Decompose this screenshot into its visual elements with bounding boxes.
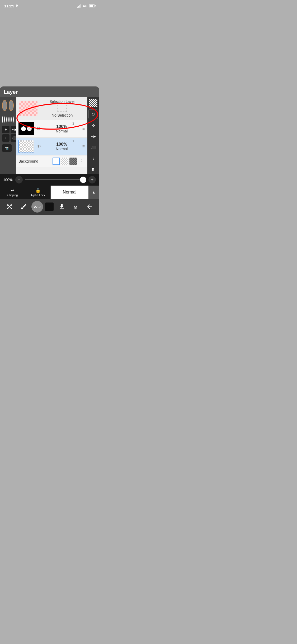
background-row: Background ⋮ xyxy=(16,155,87,167)
bg-dark-swatch[interactable] xyxy=(69,158,77,165)
double-down-tool[interactable] xyxy=(70,201,81,213)
layer-2-blend: Normal xyxy=(56,129,68,133)
brush-size-value: 27.0 xyxy=(34,205,40,209)
dot-2 xyxy=(4,116,5,123)
plus-label: + xyxy=(91,177,94,183)
opacity-percentage: 100% xyxy=(3,178,13,182)
camera-button[interactable]: 📷 xyxy=(2,144,12,152)
location-icon xyxy=(15,4,18,7)
no-selection-label: No Selection xyxy=(52,113,73,117)
layer-item-2[interactable]: 2 👁 100% Normal ≡ xyxy=(16,120,87,138)
primary-color-swatch[interactable] xyxy=(2,100,7,111)
brush-tool[interactable] xyxy=(18,201,29,213)
status-right: 4G xyxy=(77,4,95,8)
layer-panel-body: + ↩▶ + ↓⬛ 📷 Selection Layer No Selection… xyxy=(0,97,99,187)
layer-panel-header: Layer xyxy=(0,86,99,97)
add-layer-button[interactable]: + xyxy=(2,126,10,133)
opacity-minus-button[interactable]: − xyxy=(15,176,23,183)
checker-icon xyxy=(89,99,97,107)
opacity-bar: 100% − + xyxy=(0,174,99,186)
bg-white-swatch[interactable] xyxy=(53,158,60,165)
layer-1-blend: Normal xyxy=(56,147,68,151)
selection-layer-thumb xyxy=(19,101,37,116)
color-picker-button[interactable] xyxy=(45,203,54,211)
opacity-slider-track[interactable] xyxy=(25,179,86,180)
bg-checker-swatch[interactable] xyxy=(61,158,68,165)
selection-layer-label: Selection Layer xyxy=(49,99,75,104)
transform-button[interactable]: ⬡ xyxy=(88,109,98,119)
layer-2-number: 2 xyxy=(72,122,74,125)
time-display: 11:29 xyxy=(4,4,14,8)
layer-2-opacity-blend: 100% Normal xyxy=(43,124,80,133)
flip-button[interactable]: ↩▶ xyxy=(88,132,98,141)
move-button[interactable]: ✛ xyxy=(88,121,98,130)
layer-list: Selection Layer No Selection 2 👁 100% xyxy=(16,97,87,187)
layer-1-thumb xyxy=(18,140,34,153)
circle-white xyxy=(21,126,26,131)
layer-2-circles xyxy=(21,126,32,131)
layer-panel-title: Layer xyxy=(4,89,18,95)
minus-label: − xyxy=(18,177,21,183)
layer-1-checker xyxy=(19,140,34,153)
signal-bar-4 xyxy=(81,4,81,8)
back-icon xyxy=(86,203,93,210)
layer-panel: Layer + ↩▶ + ↓⬛ xyxy=(0,86,99,187)
dot-5 xyxy=(11,116,12,123)
opacity-plus-button[interactable]: + xyxy=(88,176,96,183)
add-plus-button[interactable]: + xyxy=(2,134,10,142)
download-tool[interactable] xyxy=(56,201,68,213)
layer-item-1[interactable]: 1 👁 100% Normal ≡ xyxy=(16,138,87,155)
layer-1-menu[interactable]: ≡ xyxy=(82,144,85,149)
signal-bar-3 xyxy=(79,5,80,8)
selection-info: Selection Layer No Selection xyxy=(40,99,84,117)
layer-1-visibility[interactable]: 👁 xyxy=(36,144,41,149)
status-time: 11:29 xyxy=(4,4,18,8)
delete-button[interactable]: 🗑 xyxy=(88,165,98,174)
arrow-icon: ▲ xyxy=(92,190,96,194)
background-label: Background xyxy=(18,159,50,163)
layer-2-menu[interactable]: ≡ xyxy=(82,126,85,131)
alpha-lock-button[interactable]: 🔒 Alpha Lock xyxy=(25,186,51,199)
merge-down-button[interactable]: ↓⬛ xyxy=(88,143,98,152)
layer-2-thumb xyxy=(18,122,34,135)
blend-mode-normal[interactable]: Normal xyxy=(51,186,88,199)
clipping-button[interactable]: ↩ Clipping xyxy=(0,186,25,199)
brush-size-button[interactable]: 27.0 xyxy=(31,201,43,213)
dot-4 xyxy=(8,116,10,123)
clipping-label: Clipping xyxy=(7,194,18,197)
layer-2-opacity: 100% xyxy=(56,124,67,129)
transform-icon xyxy=(6,203,13,210)
status-bar: 11:29 4G xyxy=(0,0,99,12)
secondary-color-swatch[interactable] xyxy=(9,100,14,111)
layer-1-opacity-blend: 100% Normal xyxy=(43,142,80,151)
selection-layer-section: Selection Layer No Selection xyxy=(16,97,87,120)
signal-bar-2 xyxy=(78,6,79,8)
opacity-slider-thumb xyxy=(80,177,86,183)
signal-bars xyxy=(77,4,81,8)
mode-arrow-button[interactable]: ▲ xyxy=(88,186,99,199)
bottom-toolbar: 27.0 xyxy=(0,199,99,215)
battery-icon xyxy=(89,4,95,7)
signal-bar-1 xyxy=(77,7,78,8)
dot-1 xyxy=(2,116,3,123)
background-more-button[interactable]: ⋮ xyxy=(79,158,85,164)
layer-1-opacity: 100% xyxy=(56,142,67,147)
down-arrow-button[interactable]: ↓ xyxy=(88,154,98,163)
brush-icon xyxy=(20,203,27,210)
layer-2-visibility[interactable]: 👁 xyxy=(36,126,41,132)
double-down-icon xyxy=(72,203,79,210)
transform-tool[interactable] xyxy=(4,201,15,213)
right-tools: ⬡ ✛ ↩▶ ↓⬛ ↓ 🗑 ⋮ xyxy=(87,97,99,187)
left-tool-grid: + ↩▶ + ↓⬛ xyxy=(1,125,15,143)
checker-tool-button[interactable] xyxy=(88,98,98,108)
circle-checker xyxy=(27,126,32,131)
back-tool[interactable] xyxy=(84,201,95,213)
left-tools: + ↩▶ + ↓⬛ 📷 xyxy=(0,97,16,187)
alpha-lock-label: Alpha Lock xyxy=(31,194,45,197)
battery-fill xyxy=(89,5,93,7)
color-swatches xyxy=(1,99,15,112)
selection-rect xyxy=(58,105,67,112)
layer-1-number: 1 xyxy=(72,139,74,143)
clipping-icon: ↩ xyxy=(11,188,14,193)
blend-mode-label: Normal xyxy=(63,190,77,195)
